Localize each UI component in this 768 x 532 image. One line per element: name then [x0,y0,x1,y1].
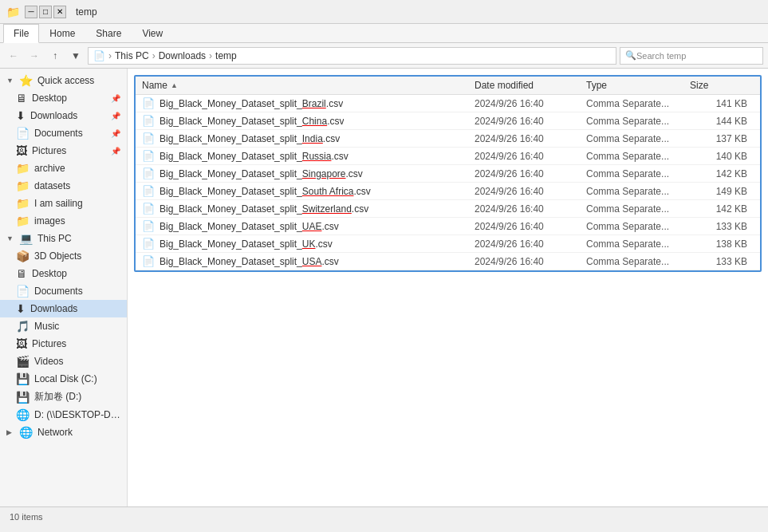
up-button[interactable]: ↑ [46,47,64,65]
table-row[interactable]: 📄 Big_Black_Money_Dataset_split_Brazil.c… [136,95,760,112]
file-type: Comma Separate... [586,151,690,162]
sidebar-network[interactable]: ▶ 🌐 Network [0,424,127,441]
sidebar-item-desktop-d[interactable]: 🌐 D: (\\DESKTOP-D) (I [0,406,127,424]
file-date: 2024/9/26 16:40 [475,116,586,127]
table-row[interactable]: 📄 Big_Black_Money_Dataset_split_India.cs… [136,130,760,148]
file-name-cell: 📄 Big_Black_Money_Dataset_split_Singapor… [142,167,475,179]
file-name-cell: 📄 Big_Black_Money_Dataset_split_UAE.csv [142,220,475,232]
table-row[interactable]: 📄 Big_Black_Money_Dataset_split_Singapor… [136,165,760,183]
sidebar-item-3dobjects[interactable]: 📦 3D Objects [0,247,127,265]
file-name: Big_Black_Money_Dataset_split_USA.csv [160,256,339,267]
sidebar-quick-access[interactable]: ▼ ⭐ Quick access [0,72,127,89]
sidebar-item-documents-qa[interactable]: 📄 Documents 📌 [0,124,127,142]
sidebar-item-music[interactable]: 🎵 Music [0,317,127,335]
table-row[interactable]: 📄 Big_Black_Money_Dataset_split_South Af… [136,183,760,200]
title-bar-title: temp [76,6,97,18]
sidebar-item-documents[interactable]: 📄 Documents [0,282,127,300]
table-row[interactable]: 📄 Big_Black_Money_Dataset_split_UK.csv 2… [136,235,760,253]
table-row[interactable]: 📄 Big_Black_Money_Dataset_split_USA.csv … [136,253,760,270]
csv-file-icon: 📄 [142,115,155,127]
search-box[interactable]: 🔍 Search temp [620,47,763,65]
col-header-size[interactable]: Size [690,80,754,91]
csv-file-icon: 📄 [142,255,155,267]
csv-file-icon: 📄 [142,97,155,109]
csv-file-icon: 📄 [142,150,155,162]
file-name-cell: 📄 Big_Black_Money_Dataset_split_South Af… [142,185,475,197]
path-downloads[interactable]: Downloads [159,50,206,61]
back-button[interactable]: ← [5,47,22,65]
close-button[interactable]: ✕ [53,6,66,18]
sidebar-item-archive[interactable]: 📁 archive [0,160,127,177]
ribbon-tab-home[interactable]: Home [39,24,85,42]
sidebar-item-desktop-qa[interactable]: 🖥 Desktop 📌 [0,89,127,107]
file-type: Comma Separate... [586,133,690,144]
file-name: Big_Black_Money_Dataset_split_Singapore.… [160,168,363,179]
file-name-highlight: Brazil [302,98,326,109]
table-row[interactable]: 📄 Big_Black_Money_Dataset_split_China.cs… [136,112,760,130]
sidebar-item-pictures[interactable]: 🖼 Pictures [0,335,127,353]
sidebar-item-pictures-qa[interactable]: 🖼 Pictures 📌 [0,142,127,160]
file-date: 2024/9/26 16:40 [475,151,586,162]
recent-button[interactable]: ▼ [67,47,85,65]
path-icon: 📄 [93,50,105,61]
sidebar-item-label: Pictures [32,145,104,156]
csv-file-icon: 📄 [142,203,155,215]
file-name-highlight: South Africa [302,186,354,197]
sidebar-item-downloads[interactable]: ⬇ Downloads [0,300,127,317]
sidebar-item-label: Documents [34,128,104,139]
file-date: 2024/9/26 16:40 [475,221,586,232]
file-size: 144 KB [690,116,754,127]
videos-icon: 🎬 [16,355,30,368]
file-name-cell: 📄 Big_Black_Money_Dataset_split_UK.csv [142,238,475,250]
sidebar-item-desktop[interactable]: 🖥 Desktop [0,265,127,282]
path-temp[interactable]: temp [215,50,237,61]
sidebar-item-datasets[interactable]: 📁 datasets [0,177,127,195]
file-name-highlight: Switzerland [302,203,352,215]
address-path[interactable]: 📄 › This PC › Downloads › temp [88,47,616,65]
col-header-type[interactable]: Type [586,80,690,91]
table-row[interactable]: 📄 Big_Black_Money_Dataset_split_UAE.csv … [136,218,760,235]
file-size: 140 KB [690,151,754,162]
file-date: 2024/9/26 16:40 [475,168,586,179]
ribbon-tab-share[interactable]: Share [85,24,132,42]
ribbon-tab-file[interactable]: File [3,24,39,43]
col-header-date[interactable]: Date modified [475,80,586,91]
file-size: 138 KB [690,238,754,250]
downloads-qa-icon: ⬇ [16,109,26,122]
datasets-icon: 📁 [16,179,30,192]
sidebar-item-label: Local Disk (C:) [34,373,120,384]
table-row[interactable]: 📄 Big_Black_Money_Dataset_split_Russia.c… [136,148,760,165]
sidebar-item-images[interactable]: 📁 images [0,212,127,230]
newjuan-icon: 💾 [16,391,30,404]
file-name-cell: 📄 Big_Black_Money_Dataset_split_USA.csv [142,255,475,267]
sidebar-item-iamsailing[interactable]: 📁 I am sailing [0,195,127,212]
sidebar-item-newjuan[interactable]: 💾 新加卷 (D:) [0,388,127,406]
file-size: 141 KB [690,98,754,109]
ribbon-tab-view[interactable]: View [132,24,173,42]
path-this-pc[interactable]: This PC [115,50,149,61]
sidebar-item-downloads-qa[interactable]: ⬇ Downloads 📌 [0,107,127,124]
file-name: Big_Black_Money_Dataset_split_Switzerlan… [160,203,368,215]
col-header-name[interactable]: Name ▲ [142,80,475,91]
expand-icon: ▶ [6,428,14,436]
maximize-button[interactable]: □ [39,6,52,18]
csv-file-icon: 📄 [142,167,155,179]
file-date: 2024/9/26 16:40 [475,238,586,250]
minimize-button[interactable]: ─ [25,6,37,18]
file-name-highlight: UK [302,238,316,250]
content-area: Name ▲ Date modified Type Size 📄 Big_Bla… [128,69,768,506]
title-bar-buttons[interactable]: ─ □ ✕ [25,6,66,18]
file-list-header: Name ▲ Date modified Type Size [136,77,760,95]
sidebar-item-label: Desktop [32,93,104,104]
archive-icon: 📁 [16,162,30,175]
file-date: 2024/9/26 16:40 [475,203,586,215]
table-row[interactable]: 📄 Big_Black_Money_Dataset_split_Switzerl… [136,200,760,218]
expand-icon: ▼ [6,234,14,242]
file-date: 2024/9/26 16:40 [475,256,586,267]
file-list-container: Name ▲ Date modified Type Size 📄 Big_Bla… [134,75,762,272]
sidebar-item-label: Music [34,321,120,332]
sidebar-item-videos[interactable]: 🎬 Videos [0,353,127,370]
sidebar-item-localdisk[interactable]: 💾 Local Disk (C:) [0,370,127,388]
sidebar-this-pc[interactable]: ▼ 💻 This PC [0,230,127,247]
forward-button[interactable]: → [26,47,43,65]
